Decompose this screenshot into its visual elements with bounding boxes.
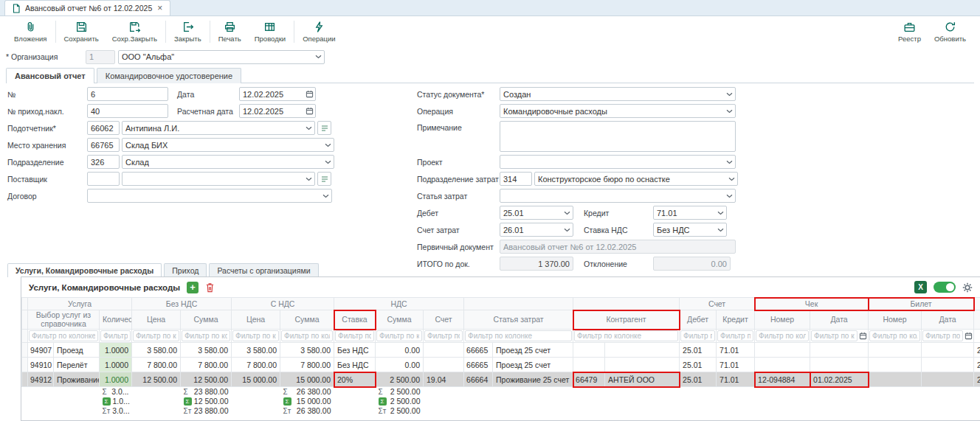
filter-check-number-input[interactable] (756, 330, 809, 341)
tab-komandirovochnoe-udostoverenie[interactable]: Командировочное удостоверение (97, 68, 241, 83)
supplier-reference-button[interactable] (317, 172, 331, 186)
supplier-code-input[interactable] (87, 172, 120, 186)
project-combo[interactable] (500, 155, 736, 169)
storage-code-input[interactable] (87, 138, 120, 152)
operations-button[interactable]: Операции (296, 19, 342, 44)
col-header-sum-no-vat[interactable]: Сумма (181, 310, 232, 330)
filter-sum-no-vat-input[interactable] (182, 330, 230, 341)
postings-button[interactable]: Проводки (248, 19, 292, 44)
paperclip-icon (24, 21, 37, 33)
save-button[interactable]: Сохранить (58, 19, 106, 44)
filter-cost-item-input[interactable] (465, 330, 572, 341)
calendar-icon[interactable] (965, 332, 973, 340)
accountable-reference-button[interactable] (317, 121, 331, 135)
col-header-price-no-vat[interactable]: Цена (132, 310, 181, 330)
filter-counterparty-input[interactable] (574, 330, 678, 341)
tab-avansovy-otchet[interactable]: Авансовый отчет (6, 68, 94, 83)
document-tab[interactable]: Авансовый отчет №6 от 12.02.2025 × (4, 0, 170, 15)
col-header-check-number[interactable]: Номер (755, 310, 810, 330)
sum-icon: Σ (379, 388, 383, 396)
number-input[interactable] (87, 87, 168, 101)
col-header-cost-item[interactable]: Статья затрат (464, 310, 573, 330)
registry-button[interactable]: Реестр (891, 19, 928, 44)
cost-division-code-input[interactable] (500, 172, 532, 186)
contract-combo[interactable] (87, 189, 332, 203)
receipt-number-input[interactable] (87, 104, 168, 118)
debit-combo[interactable]: 25.01 (500, 206, 573, 220)
filter-sum-vat-input[interactable] (281, 330, 333, 341)
tab-uslugi-rashody[interactable]: Услуги, Командировочные расходы (7, 263, 162, 277)
filter-price-no-vat-input[interactable] (133, 330, 179, 341)
filter-ticket-number-input[interactable] (869, 330, 920, 341)
chevron-down-icon (325, 160, 331, 164)
note-textarea[interactable] (500, 121, 736, 152)
filter-debit-input[interactable] (680, 330, 715, 341)
filter-vat-account-input[interactable] (424, 330, 463, 341)
calendar-icon[interactable] (306, 90, 314, 98)
credit-combo[interactable]: 71.01 (653, 206, 727, 220)
add-row-button[interactable]: + (187, 282, 199, 293)
table-row-selected[interactable]: 94912Проживание 1.0000 12 500.00 12 500.… (22, 372, 980, 387)
tab-raschety[interactable]: Расчеты с организациями (209, 263, 318, 277)
filter-toggle[interactable] (934, 282, 956, 293)
division-code-input[interactable] (87, 155, 120, 169)
organization-code-field[interactable] (86, 50, 115, 64)
grand-total-icon: Σт (283, 407, 291, 415)
filter-vat-sum-input[interactable] (376, 330, 422, 341)
credit-label: Кредит (573, 209, 653, 218)
division-combo[interactable]: Склад (122, 155, 334, 169)
calendar-icon[interactable] (859, 332, 867, 340)
date-input[interactable] (239, 87, 316, 101)
col-header-ticket-number[interactable]: Номер (869, 310, 922, 330)
cost-account-combo[interactable]: 26.01 (500, 223, 573, 237)
col-header-service[interactable]: Выбор услуг из справочника (28, 310, 100, 330)
delete-row-button[interactable] (205, 282, 215, 293)
col-header-rate[interactable]: Ставка (334, 310, 376, 330)
filter-ticket-date-input[interactable] (922, 330, 963, 341)
cost-division-combo[interactable]: Конструкторское бюро по оснастке (534, 172, 738, 186)
table-row[interactable]: 94910Перелёт 1.0000 7 800.00 7 800.00 7 … (22, 358, 980, 372)
tab-prihod[interactable]: Приход (164, 263, 207, 277)
vat-rate-combo[interactable]: Без НДС (653, 223, 727, 237)
calc-date-input[interactable] (239, 104, 316, 118)
filter-service-input[interactable] (29, 330, 98, 341)
attachments-button[interactable]: Вложения (7, 19, 54, 44)
organization-combo[interactable]: ООО "Альфа" (118, 50, 325, 64)
grid-settings-button[interactable] (962, 282, 973, 293)
col-header-check-date[interactable]: Дата (810, 310, 869, 330)
storage-combo[interactable]: Склад БИХ (122, 138, 334, 152)
accountable-code-input[interactable] (87, 121, 120, 135)
supplier-combo[interactable] (122, 172, 315, 186)
status-combo[interactable]: Создан (500, 87, 736, 101)
calendar-icon[interactable] (306, 107, 314, 115)
col-header-debit[interactable]: Дебет (680, 310, 717, 330)
form-area: № Дата № приход.накл. Расчетная дата Под… (0, 87, 980, 261)
col-header-sum-vat[interactable]: Сумма (280, 310, 334, 330)
table-row[interactable]: 94907Проезд 1.0000 3 580.00 3 580.00 3 5… (22, 343, 980, 358)
close-button[interactable]: Закрыть (168, 19, 208, 44)
print-button[interactable]: Печать (212, 19, 248, 44)
col-header-price-vat[interactable]: Цена (232, 310, 280, 330)
accountable-combo[interactable]: Антипина Л.И. (122, 121, 315, 135)
col-header-counterparty[interactable]: Контрагент (573, 310, 680, 330)
filter-qty-input[interactable] (100, 330, 131, 341)
col-header-vat-sum[interactable]: Сумма (376, 310, 424, 330)
col-header-ticket-date[interactable]: Дата (922, 310, 974, 330)
document-tab-bar: Авансовый отчет №6 от 12.02.2025 × (0, 0, 980, 16)
col-header-vat-account[interactable]: Счет (424, 310, 464, 330)
refresh-button[interactable]: Обновить (928, 19, 973, 44)
filter-price-vat-input[interactable] (232, 330, 279, 341)
filter-check-date-input[interactable] (811, 330, 858, 341)
filter-credit-input[interactable] (717, 330, 753, 341)
totals-row-selected: Σ1.0... Σ12 500.00 Σ15 000.00 Σ2 500.00 (22, 397, 980, 406)
save-close-button[interactable]: Сохр.Закрыть (106, 19, 164, 44)
filter-rate-input[interactable] (335, 330, 374, 341)
excel-export-button[interactable]: X (914, 281, 927, 293)
operation-combo[interactable]: Командировочные расходы (500, 104, 736, 118)
cost-item-combo[interactable] (500, 189, 736, 203)
toolbar-separator (294, 21, 294, 43)
col-header-credit[interactable]: Кредит (717, 310, 755, 330)
col-header-qty[interactable]: Количест... (100, 310, 132, 330)
number-label: № (7, 90, 87, 99)
tab-close-icon[interactable]: × (156, 4, 163, 13)
